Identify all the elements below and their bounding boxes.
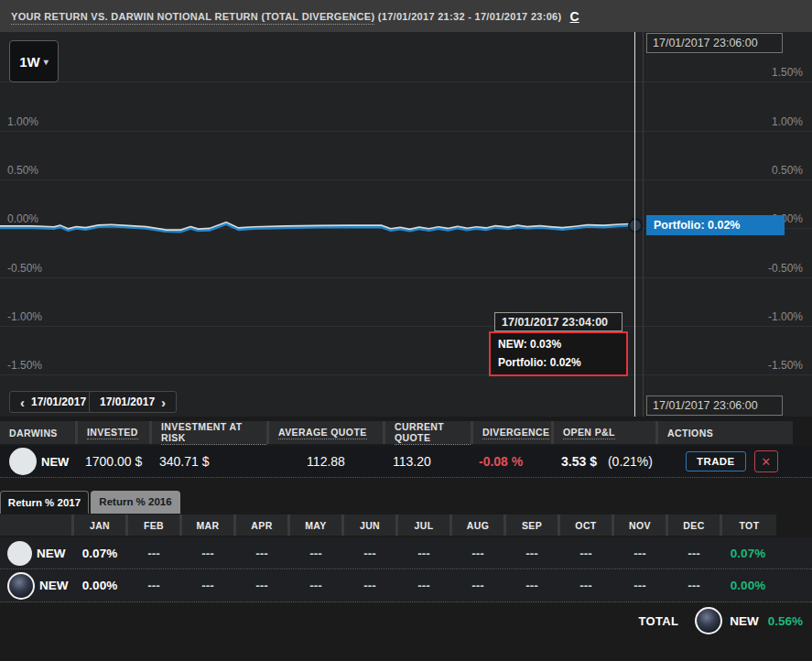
month-return-value: --- [182,547,236,560]
month-header-mar: MAR [182,515,236,536]
timeframe-dropdown[interactable]: 1W ▾ [9,40,59,82]
open-pl-percent: (0.21%) [608,454,653,469]
divergence-value: -0.08 % [479,454,523,469]
darwin-avatar [9,448,37,475]
timeframe-label: 1W [19,54,40,70]
month-return-value: --- [452,547,506,560]
y-axis-label-right: -1.50% [768,359,803,372]
column-header-label: CURRENT QUOTE [395,421,471,445]
month-return-value: --- [668,547,722,560]
y-axis-label-right: -1.00% [768,310,803,323]
month-return-value: --- [668,579,722,592]
column-header-divergence: DIVERGENCE [473,421,554,444]
trade-button[interactable]: TRADE [686,451,746,471]
month-header-jul: JUL [398,515,452,536]
chart-header-bar: YOUR RETURN VS. DARWIN NOTIONAL RETURN (… [0,0,812,32]
axis-date-bottom: 17/01/2017 23:06:00 [646,396,783,416]
average-quote-value: 112.88 [307,454,345,469]
axis-separator-line [643,32,644,417]
month-return-value: --- [290,547,344,560]
month-return-value: --- [344,579,398,592]
month-return-value: --- [398,547,452,560]
position-darwin-cell[interactable]: NEW [0,448,78,475]
month-header-aug: AUG [452,515,506,536]
month-return-value: --- [182,579,236,592]
column-header-label: DARWINS [9,428,58,439]
month-header-oct: OCT [560,515,614,536]
column-header-darwins: DARWINS [0,421,78,444]
chevron-right-icon: › [161,396,166,409]
month-return-value: 0.00% [74,579,128,592]
y-axis-label-left: 0.50% [7,164,38,177]
month-header-may: MAY [290,515,344,536]
month-header-tot: TOT [722,515,776,536]
average-quote-cell: 112.88 [269,454,385,469]
month-return-value: --- [398,579,452,592]
investment-at-risk-cell: 340.71 $ [152,454,269,469]
chevron-down-icon: ▾ [44,57,49,67]
column-header-label: ACTIONS [667,428,713,439]
column-header-current-quote: CURRENT QUOTE [385,421,473,444]
column-header-label: OPEN P&L [563,427,615,439]
column-header-label: INVESTED [87,427,138,439]
month-return-value: 0.07% [74,547,128,560]
close-position-button[interactable]: ✕ [754,450,778,472]
app-window: YOUR RETURN VS. DARWIN NOTIONAL RETURN (… [0,0,812,661]
next-date-label: 17/01/2017 [100,396,155,408]
page-title: YOUR RETURN VS. DARWIN NOTIONAL RETURN (… [11,11,562,22]
month-return-value: --- [290,579,344,592]
y-axis-label-right: -0.50% [768,262,803,275]
actions-cell: TRADE ✕ [658,450,793,472]
column-header-invested: INVESTED [78,421,152,444]
y-axis-label-left: -1.00% [7,310,42,323]
month-header-jun: JUN [344,515,398,536]
tab-return-2017[interactable]: Return % 2017 [0,491,89,514]
column-header-label: AVERAGE QUOTE [278,427,367,439]
next-date-button[interactable]: 17/01/2017 › [89,391,177,413]
total-return-value: 0.56% [768,614,803,628]
total-return-value: 0.07% [722,547,776,560]
month-header-nov: NOV [614,515,668,536]
month-return-value: --- [614,579,668,592]
darwin-avatar [7,541,32,566]
month-return-value: --- [344,547,398,560]
positions-table-header: DARWINSINVESTEDINVESTMENT AT RISKAVERAGE… [0,421,812,444]
open-pl-value: 3.53 $ [561,454,597,469]
refresh-icon[interactable]: C [570,9,579,24]
divergence-cell: -0.08 % [473,454,554,469]
darwin-name: NEW [730,614,759,628]
monthly-return-row: NEW0.07%--------------------------------… [0,537,812,569]
divergence-chart[interactable]: 1W ▾ 17/01/2017 23:06:00 17/01/2017 23:0… [0,32,812,417]
column-header-open-p-l: OPEN P&L [554,421,658,444]
month-header-dec: DEC [668,515,722,536]
month-header-empty [0,515,74,536]
y-axis-label-right: 1.00% [772,115,803,128]
column-header-average-quote: AVERAGE QUOTE [269,421,385,444]
y-axis-label-left: -1.50% [7,359,42,372]
chart-title-text: YOUR RETURN VS. DARWIN NOTIONAL RETURN (… [11,11,374,25]
axis-date-top: 17/01/2017 23:06:00 [646,33,783,53]
cursor-marker [629,219,642,232]
month-return-value: --- [452,579,506,592]
monthly-return-row: NEW0.00%--------------------------------… [0,570,812,602]
column-header-label: INVESTMENT AT RISK [161,421,266,445]
tooltip-date: 17/01/2017 23:04:00 [494,312,623,331]
tooltip-box: NEW: 0.03% Portfolio: 0.02% [489,331,628,376]
month-return-value: --- [560,547,614,560]
darwin-name-cell[interactable]: NEW [0,541,74,566]
month-return-value: --- [236,547,290,560]
darwin-name-cell[interactable]: NEW [0,572,74,600]
tooltip-new-value: NEW: 0.03% [498,335,626,353]
column-header-label: DIVERGENCE [482,427,549,439]
position-row: NEW 1700.00 $ 340.71 $ 112.88 113.20 -0.… [0,446,812,478]
prev-date-button[interactable]: ‹ 17/01/2017 [9,391,97,413]
total-return-value: 0.00% [722,579,776,592]
investment-at-risk-value: 340.71 $ [159,454,210,469]
darwin-name: NEW [41,455,69,469]
tooltip-portfolio-value: Portfolio: 0.02% [498,353,626,372]
prev-date-label: 17/01/2017 [31,396,86,408]
month-header-apr: APR [236,515,290,536]
tab-return-2016[interactable]: Return % 2016 [91,491,180,514]
portfolio-value-tag: Portfolio: 0.02% [646,215,785,235]
month-header-sep: SEP [506,515,560,536]
